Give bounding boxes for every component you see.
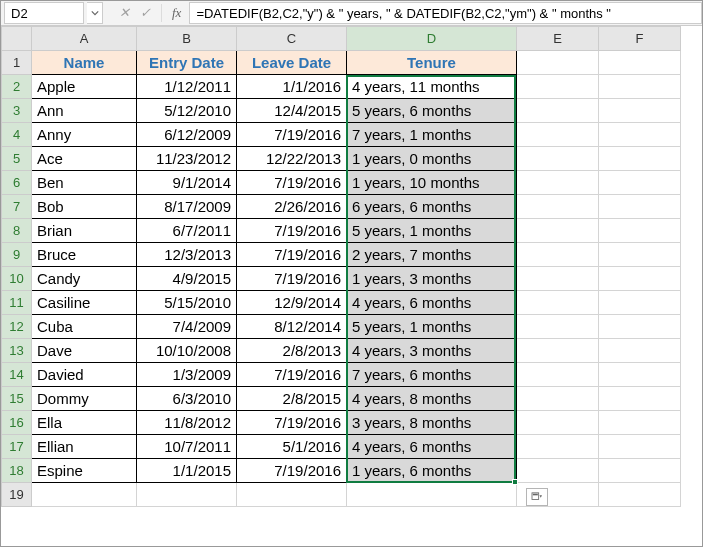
cell-entry-date[interactable]: 4/9/2015	[137, 267, 237, 291]
header-name[interactable]: Name	[32, 51, 137, 75]
header-leave[interactable]: Leave Date	[237, 51, 347, 75]
cell[interactable]	[517, 51, 599, 75]
cell-tenure[interactable]: 1 years, 10 months	[347, 171, 517, 195]
cell-entry-date[interactable]: 6/3/2010	[137, 387, 237, 411]
cell-tenure[interactable]: 5 years, 1 months	[347, 219, 517, 243]
row-header[interactable]: 13	[2, 339, 32, 363]
cell-tenure[interactable]: 4 years, 6 months	[347, 435, 517, 459]
name-box-dropdown[interactable]	[87, 2, 103, 24]
row-header[interactable]: 14	[2, 363, 32, 387]
col-header-c[interactable]: C	[237, 27, 347, 51]
cell-tenure[interactable]: 4 years, 6 months	[347, 291, 517, 315]
cell-name[interactable]: Anny	[32, 123, 137, 147]
row-header[interactable]: 5	[2, 147, 32, 171]
cell[interactable]	[599, 267, 681, 291]
cell-entry-date[interactable]: 8/17/2009	[137, 195, 237, 219]
col-header-e[interactable]: E	[517, 27, 599, 51]
cell-entry-date[interactable]: 7/4/2009	[137, 315, 237, 339]
cell-entry-date[interactable]: 12/3/2013	[137, 243, 237, 267]
cell-tenure[interactable]: 5 years, 6 months	[347, 99, 517, 123]
cell[interactable]	[517, 387, 599, 411]
row-header[interactable]: 7	[2, 195, 32, 219]
cell-leave-date[interactable]: 2/26/2016	[237, 195, 347, 219]
cell[interactable]	[517, 339, 599, 363]
cell-leave-date[interactable]: 7/19/2016	[237, 459, 347, 483]
row-header[interactable]: 3	[2, 99, 32, 123]
cell-name[interactable]: Espine	[32, 459, 137, 483]
cell-entry-date[interactable]: 11/8/2012	[137, 411, 237, 435]
row-header[interactable]: 8	[2, 219, 32, 243]
cell-entry-date[interactable]: 1/1/2015	[137, 459, 237, 483]
cell-tenure[interactable]: 4 years, 3 months	[347, 339, 517, 363]
cell-name[interactable]: Casiline	[32, 291, 137, 315]
row-header[interactable]: 15	[2, 387, 32, 411]
autofill-options-button[interactable]	[526, 488, 548, 506]
cell-tenure[interactable]: 7 years, 1 months	[347, 123, 517, 147]
cell-leave-date[interactable]: 12/4/2015	[237, 99, 347, 123]
cell[interactable]	[599, 339, 681, 363]
cell-name[interactable]: Apple	[32, 75, 137, 99]
cell-tenure[interactable]: 4 years, 11 months	[347, 75, 517, 99]
row-header[interactable]: 2	[2, 75, 32, 99]
row-header[interactable]: 9	[2, 243, 32, 267]
cell-leave-date[interactable]: 8/12/2014	[237, 315, 347, 339]
row-header[interactable]: 6	[2, 171, 32, 195]
cell[interactable]	[517, 75, 599, 99]
cell-name[interactable]: Ellian	[32, 435, 137, 459]
fx-icon[interactable]: fx	[172, 5, 181, 21]
cell-leave-date[interactable]: 5/1/2016	[237, 435, 347, 459]
cell-entry-date[interactable]: 6/7/2011	[137, 219, 237, 243]
cell[interactable]	[517, 171, 599, 195]
cell-name[interactable]: Davied	[32, 363, 137, 387]
cell-name[interactable]: Ace	[32, 147, 137, 171]
cell[interactable]	[347, 483, 517, 507]
cell[interactable]	[517, 267, 599, 291]
row-header[interactable]: 18	[2, 459, 32, 483]
cell-leave-date[interactable]: 12/9/2014	[237, 291, 347, 315]
cell-tenure[interactable]: 7 years, 6 months	[347, 363, 517, 387]
fill-handle[interactable]	[512, 479, 518, 485]
select-all-corner[interactable]	[2, 27, 32, 51]
cell-name[interactable]: Ben	[32, 171, 137, 195]
cell-name[interactable]: Ann	[32, 99, 137, 123]
cell-name[interactable]: Dommy	[32, 387, 137, 411]
cell[interactable]	[599, 387, 681, 411]
cell-tenure[interactable]: 5 years, 1 months	[347, 315, 517, 339]
name-box[interactable]: D2	[4, 2, 84, 24]
cell[interactable]	[517, 123, 599, 147]
formula-input[interactable]: =DATEDIF(B2,C2,"y") & " years, " & DATED…	[189, 2, 702, 24]
cell[interactable]	[599, 435, 681, 459]
cell[interactable]	[599, 195, 681, 219]
cell[interactable]	[32, 483, 137, 507]
header-entry[interactable]: Entry Date	[137, 51, 237, 75]
cell-entry-date[interactable]: 1/12/2011	[137, 75, 237, 99]
cell-tenure[interactable]: 1 years, 3 months	[347, 267, 517, 291]
cell-leave-date[interactable]: 7/19/2016	[237, 171, 347, 195]
cell[interactable]	[599, 411, 681, 435]
cell-tenure[interactable]: 3 years, 8 months	[347, 411, 517, 435]
cell-entry-date[interactable]: 11/23/2012	[137, 147, 237, 171]
cell[interactable]	[517, 363, 599, 387]
cell-tenure[interactable]: 4 years, 8 months	[347, 387, 517, 411]
cell-leave-date[interactable]: 7/19/2016	[237, 219, 347, 243]
cell-entry-date[interactable]: 1/3/2009	[137, 363, 237, 387]
col-header-f[interactable]: F	[599, 27, 681, 51]
cell-entry-date[interactable]: 5/15/2010	[137, 291, 237, 315]
cell-leave-date[interactable]: 7/19/2016	[237, 411, 347, 435]
cell-leave-date[interactable]: 12/22/2013	[237, 147, 347, 171]
cell-name[interactable]: Ella	[32, 411, 137, 435]
cell-name[interactable]: Candy	[32, 267, 137, 291]
cell-name[interactable]: Cuba	[32, 315, 137, 339]
cell-leave-date[interactable]: 1/1/2016	[237, 75, 347, 99]
row-header[interactable]: 16	[2, 411, 32, 435]
cell-leave-date[interactable]: 7/19/2016	[237, 243, 347, 267]
cell[interactable]	[517, 411, 599, 435]
row-header[interactable]: 11	[2, 291, 32, 315]
row-header[interactable]: 19	[2, 483, 32, 507]
cell[interactable]	[599, 459, 681, 483]
cell[interactable]	[517, 99, 599, 123]
cell[interactable]	[599, 363, 681, 387]
cell-leave-date[interactable]: 7/19/2016	[237, 123, 347, 147]
cell-entry-date[interactable]: 10/10/2008	[137, 339, 237, 363]
cell[interactable]	[599, 243, 681, 267]
